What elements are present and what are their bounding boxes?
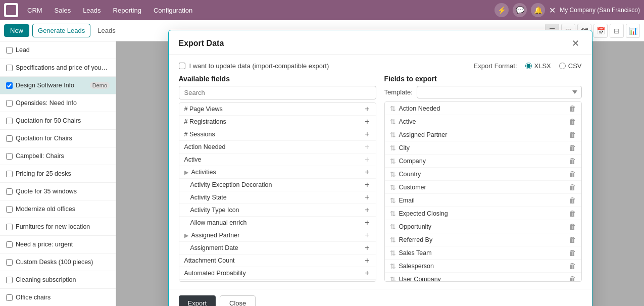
nav-sales[interactable]: Sales [49,5,76,16]
field-item-indent[interactable]: Activity Exception Decoration + [179,179,376,191]
close-button[interactable]: Close [220,295,256,306]
delete-field-button[interactable]: 🗑 [569,143,576,152]
activity-icon-btn[interactable]: ⚡ [494,3,509,17]
notification-icon-btn[interactable]: 🔔 [531,3,545,17]
field-add-button[interactable]: + [364,193,370,201]
export-fields-list[interactable]: ⇅ Action Needed 🗑 ⇅ Active 🗑 [384,101,582,282]
list-item[interactable]: Need a price: urgent [0,236,116,253]
list-item[interactable]: Specifications and price of your phone [0,59,116,77]
delete-field-button[interactable]: 🗑 [569,130,576,139]
delete-field-button[interactable]: 🗑 [569,104,576,113]
list-item-checkbox[interactable] [6,47,13,54]
field-item[interactable]: Blacklist + [179,280,376,282]
csv-radio[interactable] [559,63,566,69]
list-item[interactable]: Pricing for 25 desks [0,165,116,183]
export-field-item[interactable]: ⇅ City 🗑 [385,141,581,155]
list-item-checkbox[interactable] [6,241,13,248]
export-field-item[interactable]: ⇅ Sales Team 🗑 [385,246,581,260]
generate-leads-button[interactable]: Generate Leads [32,24,90,37]
list-item[interactable]: Furnitures for new location [0,218,116,236]
delete-field-button[interactable]: 🗑 [569,170,576,178]
delete-field-button[interactable]: 🗑 [569,209,576,218]
export-field-item[interactable]: ⇅ User Company 🗑 [385,273,581,282]
list-item[interactable]: Office chairs [0,289,116,306]
list-item-checkbox[interactable] [6,153,13,160]
export-field-item[interactable]: ⇅ Referred By 🗑 [385,233,581,246]
drag-handle-icon[interactable]: ⇅ [390,131,396,139]
field-item-indent[interactable]: Activity State + [179,191,376,204]
export-field-item[interactable]: ⇅ Salesperson 🗑 [385,260,581,273]
leads-button[interactable]: Leads [93,24,119,37]
list-item-checkbox[interactable] [6,224,13,230]
delete-field-button[interactable]: 🗑 [569,183,576,191]
export-field-item[interactable]: ⇅ Action Needed 🗑 [385,102,581,115]
delete-field-button[interactable]: 🗑 [569,196,576,205]
field-item-indent[interactable]: Allow manual enrich + [179,217,376,229]
csv-radio-option[interactable]: CSV [559,62,582,70]
field-item-indent[interactable]: Assignment Date + [179,242,376,254]
field-item[interactable]: # Page Views + [179,103,376,116]
export-field-item[interactable]: ⇅ Assigned Partner 🗑 [385,128,581,141]
drag-handle-icon[interactable]: ⇅ [390,249,396,257]
drag-handle-icon[interactable]: ⇅ [390,236,396,244]
field-add-button[interactable]: + [364,181,370,189]
drag-handle-icon[interactable]: ⇅ [390,183,396,191]
delete-field-button[interactable]: 🗑 [569,222,576,231]
field-add-button[interactable]: + [364,257,370,265]
drag-handle-icon[interactable]: ⇅ [390,210,396,218]
list-item-checkbox[interactable] [6,206,13,213]
list-item-checkbox[interactable] [6,135,13,142]
field-item[interactable]: ▶ Assigned Partner + [179,229,376,242]
field-item[interactable]: Action Needed + [179,141,376,154]
nav-crm[interactable]: CRM [22,5,47,16]
graph-view-button[interactable]: 📊 [626,24,640,38]
field-add-button[interactable]: + [364,118,370,126]
field-item[interactable]: Active + [179,154,376,166]
export-field-item[interactable]: ⇅ Expected Closing 🗑 [385,207,581,220]
delete-field-button[interactable]: 🗑 [569,275,576,282]
field-add-button[interactable]: + [364,168,370,176]
delete-field-button[interactable]: 🗑 [569,235,576,244]
field-item[interactable]: # Registrations + [179,116,376,128]
export-field-item[interactable]: ⇅ Opportunity 🗑 [385,220,581,233]
export-field-item[interactable]: ⇅ Active 🗑 [385,115,581,128]
drag-handle-icon[interactable]: ⇅ [390,157,396,165]
pivot-view-button[interactable]: ⊟ [610,24,624,38]
list-item[interactable]: Custom Desks (100 pieces) [0,253,116,271]
list-item[interactable]: Cleaning subscription [0,271,116,289]
list-item[interactable]: Quotation for 50 Chairs [0,112,116,130]
list-item[interactable]: Modernize old offices [0,200,116,218]
list-item[interactable]: Quotation for Chairs [0,130,116,147]
delete-field-button[interactable]: 🗑 [569,262,576,270]
export-field-item[interactable]: ⇅ Country 🗑 [385,168,581,181]
drag-handle-icon[interactable]: ⇅ [390,105,396,113]
field-item[interactable]: # Sessions + [179,128,376,141]
nav-reporting[interactable]: Reporting [108,5,146,16]
field-add-button[interactable]: + [364,244,370,252]
delete-field-button[interactable]: 🗑 [569,117,576,126]
drag-handle-icon[interactable]: ⇅ [390,275,396,282]
delete-field-button[interactable]: 🗑 [569,157,576,165]
list-item-checkbox[interactable] [6,118,13,124]
list-item-checkbox[interactable] [6,65,13,71]
list-item-active[interactable]: Design Software Info Demo [0,77,116,94]
new-button[interactable]: New [4,24,29,37]
field-add-button[interactable]: + [364,130,370,138]
available-fields-list[interactable]: # Page Views + # Registrations + # Sessi… [179,103,376,282]
field-item[interactable]: Attachment Count + [179,254,376,267]
list-item-checkbox[interactable] [6,171,13,177]
fields-search-input[interactable] [179,86,376,99]
field-item[interactable]: ▶ Activities + [179,166,376,179]
field-add-button[interactable]: + [364,206,370,214]
drag-handle-icon[interactable]: ⇅ [390,262,396,270]
nav-leads[interactable]: Leads [78,5,106,16]
chat-icon-btn[interactable]: 💬 [513,3,527,17]
export-button[interactable]: Export [179,295,216,306]
xlsx-radio-option[interactable]: XLSX [525,62,551,70]
list-item[interactable]: Lead [0,41,116,59]
calendar-view-button[interactable]: 📅 [593,24,608,38]
template-select[interactable] [417,86,582,98]
field-add-button[interactable]: + [364,219,370,227]
drag-handle-icon[interactable]: ⇅ [390,223,396,231]
list-item-checkbox[interactable] [6,82,13,89]
